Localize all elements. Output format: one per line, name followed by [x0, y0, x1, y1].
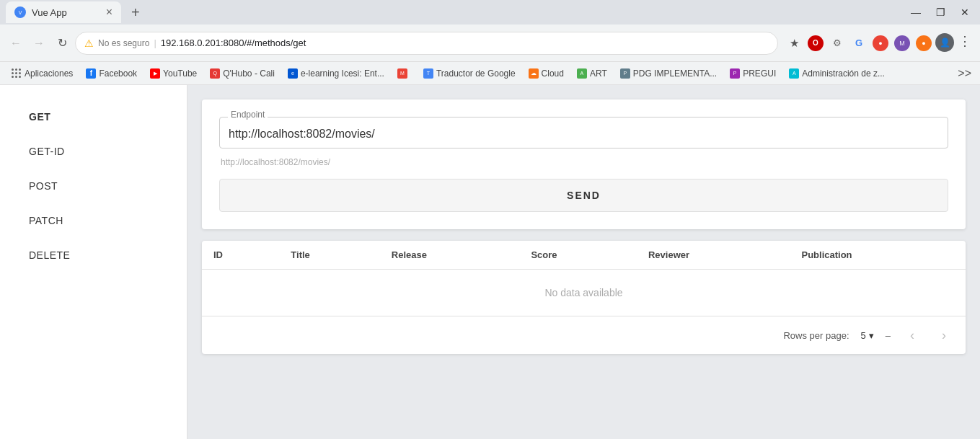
apps-grid-icon — [12, 68, 22, 79]
chevron-down-icon: ▾ — [869, 330, 874, 341]
security-label: No es seguro — [98, 38, 149, 48]
reload-button[interactable]: ↻ — [52, 33, 72, 53]
rows-per-page-label: Rows per page: — [783, 330, 849, 341]
bookmark-art[interactable]: A ART — [571, 66, 613, 81]
sidebar: GET GET-ID POST PATCH DELETE — [0, 85, 187, 439]
rows-per-page-select[interactable]: 5 ▾ — [861, 330, 874, 341]
translate-icon: T — [423, 68, 433, 79]
endpoint-hint: http://localhost:8082/movies/ — [219, 157, 948, 167]
admin-icon: A — [789, 68, 799, 79]
restore-button[interactable]: ❐ — [931, 3, 950, 22]
bookmark-translate[interactable]: T Traductor de Google — [418, 66, 521, 81]
next-page-button[interactable]: › — [934, 325, 954, 345]
col-reviewer: Reviewer — [637, 241, 790, 270]
profile-avatar[interactable]: 👤 — [935, 33, 954, 52]
browser-tab[interactable]: V Vue App × — [6, 1, 121, 23]
bookmark-admin[interactable]: A Administración de z... — [783, 66, 891, 81]
address-bar: ← → ↻ ⚠ No es seguro | 192.168.0.201:808… — [0, 25, 980, 62]
no-data-row: No data available — [202, 270, 966, 316]
apps-label: Aplicaciones — [25, 68, 73, 79]
extension-icon-3[interactable]: G — [849, 33, 869, 53]
elearning-icon: e — [288, 68, 298, 79]
sidebar-item-patch[interactable]: PATCH — [0, 203, 187, 238]
bookmark-gmail[interactable]: M — [392, 66, 416, 81]
gmail-icon: M — [397, 68, 407, 79]
qhubo-label: Q'Hubo - Cali — [223, 68, 275, 79]
pdg-icon: P — [620, 68, 630, 79]
back-button[interactable]: ← — [6, 33, 26, 53]
bookmark-star-icon[interactable]: ★ — [784, 33, 804, 53]
qhubo-icon: Q — [210, 68, 220, 79]
url-bar[interactable]: ⚠ No es seguro | 192.168.0.201:8080/#/me… — [75, 32, 778, 55]
rows-per-page-value: 5 — [861, 330, 866, 341]
bookmark-facebook[interactable]: f Facebook — [80, 66, 143, 81]
url-text: 192.168.0.201:8080/#/methods/get — [161, 37, 306, 48]
col-title: Title — [279, 241, 380, 270]
col-score: Score — [519, 241, 637, 270]
security-icon: ⚠ — [84, 37, 94, 49]
sidebar-item-get-id[interactable]: GET-ID — [0, 134, 187, 169]
url-separator: | — [154, 37, 156, 48]
favicon: V — [14, 6, 26, 18]
art-icon: A — [577, 68, 587, 79]
col-publication: Publication — [790, 241, 966, 270]
sidebar-item-delete[interactable]: DELETE — [0, 238, 187, 272]
results-table: ID Title Release Score Reviewer Publicat… — [202, 241, 966, 316]
window-controls: — ❐ ✕ — [906, 3, 974, 22]
bookmarks-more-button[interactable]: >> — [955, 67, 974, 80]
more-options-button[interactable]: ⋮ — [955, 33, 974, 53]
youtube-label: YouTube — [163, 68, 197, 79]
facebook-icon: f — [86, 68, 96, 79]
bookmark-elearning[interactable]: e e-learning Icesi: Ent... — [282, 66, 390, 81]
main-content: Endpoint http://localhost:8082/movies/ S… — [187, 85, 980, 439]
admin-label: Administración de z... — [802, 68, 885, 79]
title-bar: V Vue App × + — ❐ ✕ — [0, 0, 980, 25]
facebook-label: Facebook — [99, 68, 137, 79]
extension-icon-6[interactable]: ● — [916, 35, 932, 51]
endpoint-label: Endpoint — [228, 110, 268, 120]
endpoint-card: Endpoint http://localhost:8082/movies/ S… — [202, 99, 966, 229]
browser-content: GET GET-ID POST PATCH DELETE Endpoint ht… — [0, 85, 980, 439]
data-table-card: ID Title Release Score Reviewer Publicat… — [202, 241, 966, 354]
svg-text:V: V — [19, 10, 22, 15]
sidebar-item-get[interactable]: GET — [0, 99, 187, 134]
forward-button[interactable]: → — [29, 33, 49, 53]
translate-label: Traductor de Google — [436, 68, 516, 79]
extension-icon-1[interactable]: O — [808, 35, 824, 51]
youtube-icon: ▶ — [150, 68, 160, 79]
bookmark-apps[interactable]: Aplicaciones — [6, 66, 79, 81]
bookmark-pregui[interactable]: P PREGUI — [724, 66, 782, 81]
extension-icon-2[interactable]: ⚙ — [827, 33, 847, 53]
no-data-message: No data available — [202, 270, 966, 316]
col-id: ID — [202, 241, 279, 270]
bookmark-youtube[interactable]: ▶ YouTube — [144, 66, 203, 81]
extension-icon-4[interactable]: ● — [873, 35, 888, 51]
pregui-icon: P — [730, 68, 740, 79]
toolbar-icons: ★ O ⚙ G ● M ● 👤 ⋮ — [784, 33, 974, 53]
pregui-label: PREGUI — [743, 68, 776, 79]
new-tab-button[interactable]: + — [127, 4, 144, 21]
bookmark-cloud[interactable]: ☁ Cloud — [523, 66, 570, 81]
endpoint-input-wrapper: Endpoint — [219, 117, 948, 148]
cloud-label: Cloud — [542, 68, 564, 79]
sidebar-item-post[interactable]: POST — [0, 169, 187, 203]
table-footer: Rows per page: 5 ▾ – ‹ › — [202, 316, 966, 354]
art-label: ART — [590, 68, 607, 79]
bookmarks-bar: Aplicaciones f Facebook ▶ YouTube Q Q'Hu… — [0, 62, 980, 85]
tab-close-button[interactable]: × — [106, 6, 112, 18]
tab-title: Vue App — [32, 7, 67, 18]
bookmark-qhubo[interactable]: Q Q'Hubo - Cali — [204, 66, 281, 81]
cloud-icon: ☁ — [529, 68, 539, 79]
table-body: No data available — [202, 270, 966, 316]
pagination-info: – — [886, 330, 891, 341]
close-button[interactable]: ✕ — [955, 3, 974, 22]
prev-page-button[interactable]: ‹ — [902, 325, 922, 345]
send-button[interactable]: SEND — [219, 179, 948, 212]
elearning-label: e-learning Icesi: Ent... — [301, 68, 384, 79]
extension-icon-5[interactable]: M — [894, 35, 910, 51]
pdg-label: PDG IMPLEMENTA... — [633, 68, 717, 79]
table-header: ID Title Release Score Reviewer Publicat… — [202, 241, 966, 270]
minimize-button[interactable]: — — [906, 3, 925, 22]
endpoint-input[interactable] — [219, 117, 948, 148]
bookmark-pdg[interactable]: P PDG IMPLEMENTA... — [614, 66, 723, 81]
